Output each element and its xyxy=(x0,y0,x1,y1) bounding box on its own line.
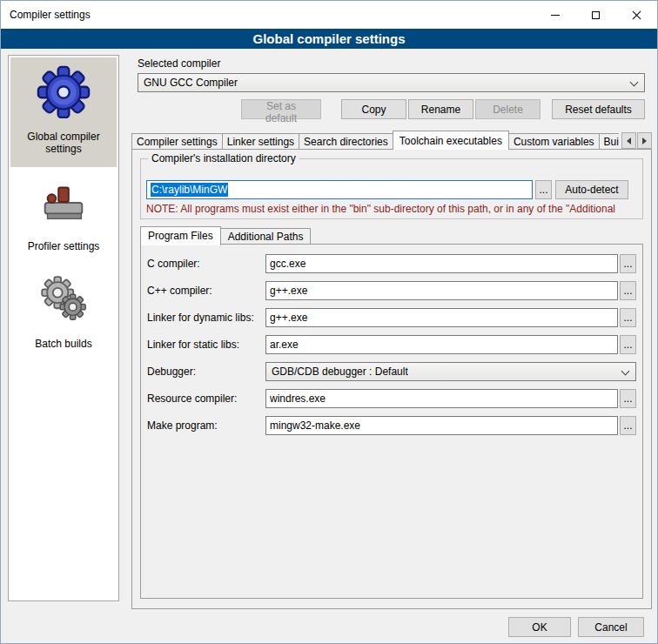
subtab-additional-paths[interactable]: Additional Paths xyxy=(220,228,312,245)
cancel-button[interactable]: Cancel xyxy=(578,617,644,637)
static-linker-browse-button[interactable]: ... xyxy=(620,335,636,354)
debugger-label: Debugger: xyxy=(147,366,265,378)
sidebar-item-label: Global compiler settings xyxy=(12,131,115,155)
copy-button[interactable]: Copy xyxy=(341,99,406,119)
close-icon xyxy=(631,10,642,21)
cpp-compiler-browse-button[interactable]: ... xyxy=(620,281,636,300)
titlebar: Compiler settings xyxy=(1,1,657,29)
rename-button[interactable]: Rename xyxy=(408,99,473,119)
c-compiler-input[interactable] xyxy=(265,254,618,273)
dynamic-linker-browse-button[interactable]: ... xyxy=(620,308,636,327)
minimize-icon xyxy=(551,15,560,16)
tab-scroll-buttons xyxy=(619,132,652,149)
maximize-button[interactable] xyxy=(575,1,616,29)
window-title: Compiler settings xyxy=(10,9,91,21)
reset-defaults-button[interactable]: Reset defaults xyxy=(552,99,645,119)
tab-custom-variables[interactable]: Custom variables xyxy=(508,133,600,150)
auto-detect-button[interactable]: Auto-detect xyxy=(555,180,628,199)
tab-scroll-left-button[interactable] xyxy=(621,132,636,149)
installation-directory-legend: Compiler's installation directory xyxy=(148,152,299,164)
triangle-right-icon xyxy=(642,138,647,144)
compiler-settings-dialog: Compiler settings Global compiler settin… xyxy=(0,0,658,644)
debugger-value: GDB/CDB debugger : Default xyxy=(272,366,408,378)
static-linker-input[interactable] xyxy=(265,335,618,354)
install-dir-selected-text: C:\raylib\MinGW xyxy=(151,183,228,197)
minimize-button[interactable] xyxy=(534,1,575,29)
set-as-default-button: Set as default xyxy=(241,99,321,119)
settings-tabstrip: Compiler settings Linker settings Search… xyxy=(131,131,652,150)
window-controls xyxy=(534,1,657,29)
maximize-icon xyxy=(592,11,600,19)
triangle-left-icon xyxy=(627,138,631,144)
selected-compiler-dropdown[interactable]: GNU GCC Compiler xyxy=(138,73,645,92)
field-row-resource-compiler: Resource compiler: ... xyxy=(147,389,636,408)
install-dir-input[interactable]: C:\raylib\MinGW xyxy=(146,180,533,199)
install-dir-browse-button[interactable]: ... xyxy=(535,180,552,199)
program-files-subtabstrip: Program Files Additional Paths xyxy=(140,225,311,245)
tab-linker-settings[interactable]: Linker settings xyxy=(222,133,299,150)
sidebar-item-label: Batch builds xyxy=(35,338,91,350)
sidebar-item-batch-builds[interactable]: Batch builds xyxy=(10,265,117,362)
field-row-c-compiler: C compiler: ... xyxy=(147,254,636,273)
tab-toolchain-executables[interactable]: Toolchain executables xyxy=(393,131,509,150)
cpp-compiler-input[interactable] xyxy=(265,281,618,300)
make-program-browse-button[interactable]: ... xyxy=(620,416,636,435)
static-linker-label: Linker for static libs: xyxy=(147,339,265,351)
make-program-label: Make program: xyxy=(147,419,265,432)
profiler-tool-icon xyxy=(37,174,91,228)
c-compiler-label: C compiler: xyxy=(147,258,265,270)
cpp-compiler-label: C++ compiler: xyxy=(147,285,265,297)
field-row-static-linker: Linker for static libs: ... xyxy=(147,335,636,354)
installation-directory-row: C:\raylib\MinGW ... Auto-detect xyxy=(146,180,628,199)
debugger-dropdown[interactable]: GDB/CDB debugger : Default xyxy=(265,362,636,381)
field-row-debugger: Debugger: GDB/CDB debugger : Default xyxy=(147,362,636,381)
close-button[interactable] xyxy=(616,1,657,29)
compiler-actions: Set as default Copy Rename Delete Reset … xyxy=(138,99,645,119)
tab-compiler-settings[interactable]: Compiler settings xyxy=(131,133,223,150)
sidebar-item-label: Profiler settings xyxy=(28,240,100,252)
resource-compiler-input[interactable] xyxy=(265,389,618,408)
field-row-cpp-compiler: C++ compiler: ... xyxy=(147,281,636,300)
resource-compiler-label: Resource compiler: xyxy=(147,392,265,405)
subtab-program-files[interactable]: Program Files xyxy=(140,226,221,245)
resource-compiler-browse-button[interactable]: ... xyxy=(620,389,636,408)
dialog-footer: OK Cancel xyxy=(508,617,644,637)
toolchain-executables-panel: Compiler's installation directory C:\ray… xyxy=(131,149,652,609)
dynamic-linker-label: Linker for dynamic libs: xyxy=(147,312,265,324)
tab-search-directories[interactable]: Search directories xyxy=(299,133,393,150)
gears-gray-icon xyxy=(37,272,91,325)
sidebar-item-global-compiler-settings[interactable]: Global compiler settings xyxy=(10,57,117,167)
delete-button: Delete xyxy=(475,99,540,119)
chevron-down-icon xyxy=(621,367,630,376)
tab-scroll-right-button[interactable] xyxy=(637,132,652,149)
make-program-input[interactable] xyxy=(265,416,618,435)
selected-compiler-label: Selected compiler xyxy=(138,57,220,70)
dynamic-linker-input[interactable] xyxy=(265,308,618,327)
program-files-panel: C compiler: ... C++ compiler: ... Linker… xyxy=(140,244,643,599)
settings-category-sidebar: Global compiler settings Profiler settin… xyxy=(8,55,119,601)
sidebar-item-profiler-settings[interactable]: Profiler settings xyxy=(10,167,117,265)
page-title: Global compiler settings xyxy=(1,29,657,49)
ok-button[interactable]: OK xyxy=(508,617,571,637)
installation-directory-groupbox: Compiler's installation directory C:\ray… xyxy=(140,158,643,219)
selected-compiler-value: GNU GCC Compiler xyxy=(144,77,238,89)
field-row-make-program: Make program: ... xyxy=(147,416,636,435)
field-row-dynamic-linker: Linker for dynamic libs: ... xyxy=(147,308,636,327)
chevron-down-icon xyxy=(630,78,639,87)
bin-subdirectory-note: NOTE: All programs must exist either in … xyxy=(146,203,640,215)
c-compiler-browse-button[interactable]: ... xyxy=(620,254,636,273)
gear-blue-icon xyxy=(37,64,91,118)
